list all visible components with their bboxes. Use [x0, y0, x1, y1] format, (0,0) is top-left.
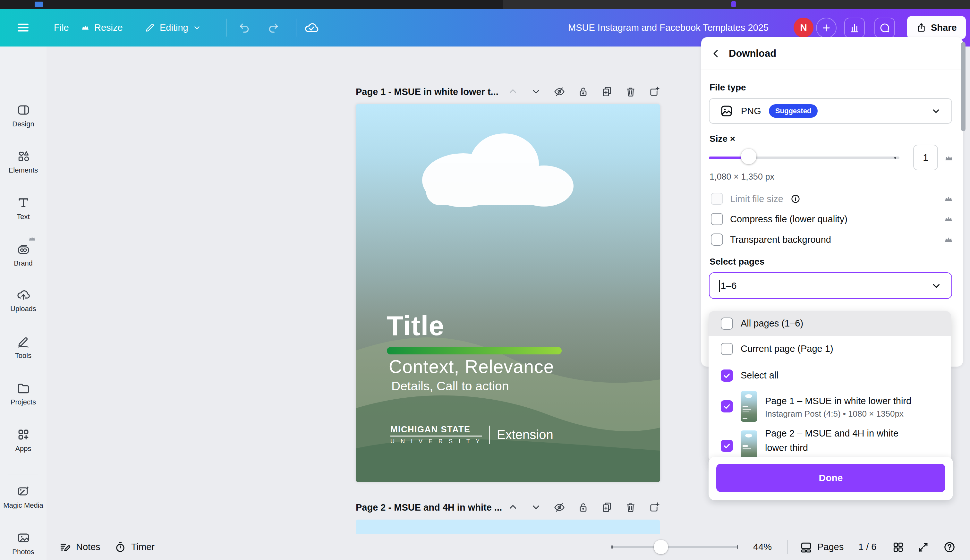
editing-mode-button[interactable]: Editing — [145, 9, 201, 47]
move-down-icon[interactable] — [530, 86, 542, 97]
add-page-icon[interactable] — [648, 86, 660, 98]
design-details-text[interactable]: Details, Call to action — [391, 379, 509, 393]
sidebar-item-tools[interactable]: Tools — [0, 334, 47, 360]
avatar[interactable]: N — [793, 18, 813, 38]
page-list-item-1[interactable]: Page 1 – MSUE in white lower third Insta… — [708, 389, 951, 424]
sidebar-item-photos[interactable]: Photos — [0, 530, 47, 556]
redo-icon — [267, 21, 280, 34]
all-pages-checkbox[interactable] — [721, 318, 733, 330]
msu-logo-line2: U N I V E R S I T Y — [390, 438, 482, 445]
msu-extension-logo[interactable]: MICHIGAN STATE U N I V E R S I T Y Exten… — [390, 425, 553, 445]
zoom-level-value[interactable]: 44% — [753, 534, 772, 560]
sidebar-item-projects[interactable]: Projects — [0, 380, 47, 407]
accent-bar[interactable] — [387, 347, 562, 354]
canvas-page-1[interactable]: Title Context, Relevance Details, Call t… — [356, 104, 660, 482]
info-icon[interactable] — [790, 194, 801, 204]
duplicate-icon[interactable] — [601, 86, 613, 98]
canvas-page-2[interactable] — [356, 520, 660, 535]
help-icon — [943, 541, 956, 553]
current-page-option[interactable]: Current page (Page 1) — [708, 336, 951, 362]
compress-file-checkbox[interactable] — [711, 213, 723, 225]
download-panel-title: Download — [729, 48, 776, 59]
notes-button[interactable]: Notes — [59, 534, 100, 560]
zoom-slider-thumb[interactable] — [654, 540, 668, 554]
done-button[interactable]: Done — [716, 464, 945, 492]
insights-icon — [849, 22, 860, 33]
add-page-icon[interactable] — [648, 502, 660, 513]
trash-icon[interactable] — [625, 502, 637, 513]
file-type-select[interactable]: PNG Suggested — [709, 98, 952, 124]
sidebar-item-text[interactable]: Text — [0, 195, 47, 221]
file-menu-button[interactable]: File — [54, 9, 69, 47]
text-cursor — [719, 280, 720, 292]
page-list-item-2[interactable]: Page 2 – MSUE and 4H in white lower thir… — [708, 424, 951, 462]
page1-checkbox[interactable] — [721, 400, 733, 412]
sidebar-item-label: Text — [0, 213, 47, 221]
sidebar-item-label: Magic Media — [0, 501, 47, 510]
sidebar-item-brand[interactable]: Brand — [0, 242, 47, 267]
plus-icon — [821, 23, 832, 33]
transparent-background-checkbox[interactable] — [711, 233, 723, 246]
resize-button[interactable]: Resize — [81, 9, 123, 47]
lock-open-icon[interactable] — [577, 86, 589, 98]
limit-file-size-option[interactable]: Limit file size — [711, 192, 953, 206]
page2-checkbox[interactable] — [721, 440, 733, 452]
fullscreen-button[interactable] — [917, 534, 929, 560]
move-up-icon[interactable] — [507, 502, 518, 513]
left-sidebar: Design Elements Text Brand Uploads Tools… — [0, 47, 47, 560]
current-page-checkbox[interactable] — [721, 343, 733, 355]
sidebar-item-label: Brand — [0, 259, 47, 267]
toolbar-divider — [296, 18, 297, 37]
page2-header-title[interactable]: Page 2 - MSUE and 4H in white ... — [356, 502, 502, 513]
comments-button[interactable] — [874, 18, 895, 38]
pencil-icon — [145, 22, 155, 33]
panel-scrollbar[interactable] — [961, 42, 965, 131]
sidebar-item-label: Elements — [0, 166, 47, 175]
grid-view-button[interactable] — [892, 534, 904, 560]
sidebar-item-uploads[interactable]: Uploads — [0, 287, 47, 313]
undo-button[interactable] — [238, 9, 251, 47]
sidebar-item-elements[interactable]: Elements — [0, 148, 47, 175]
insights-button[interactable] — [844, 18, 865, 38]
limit-file-size-checkbox[interactable] — [711, 193, 723, 205]
sidebar-item-label: Uploads — [0, 305, 47, 313]
size-multiplier-input[interactable]: 1 — [913, 145, 938, 170]
help-button[interactable] — [943, 534, 956, 560]
size-slider-track[interactable] — [709, 157, 900, 159]
move-up-icon[interactable] — [507, 86, 518, 97]
design-subtitle-text[interactable]: Context, Relevance — [389, 356, 554, 377]
select-pages-input[interactable]: 1–6 — [709, 272, 952, 299]
transparent-background-option[interactable]: Transparent background — [711, 233, 953, 247]
move-down-icon[interactable] — [530, 502, 542, 513]
sidebar-item-apps[interactable]: Apps — [0, 427, 47, 453]
compress-file-option[interactable]: Compress file (lower quality) — [711, 212, 953, 226]
main-menu-button[interactable] — [16, 9, 30, 47]
uploads-icon — [17, 288, 30, 302]
add-member-button[interactable] — [816, 18, 837, 38]
select-all-checkbox[interactable] — [721, 370, 733, 382]
select-all-option[interactable]: Select all — [708, 362, 951, 389]
sidebar-item-magic-media[interactable]: Magic Media — [0, 484, 47, 510]
back-icon[interactable] — [711, 48, 721, 59]
pages-view-button[interactable]: Pages — [800, 534, 843, 560]
cloud-graphic — [422, 132, 575, 209]
crown-icon — [944, 194, 953, 204]
lock-open-icon[interactable] — [577, 502, 589, 513]
image-icon — [720, 104, 733, 118]
duplicate-icon[interactable] — [601, 502, 613, 513]
trash-icon[interactable] — [625, 86, 637, 98]
zoom-slider-track[interactable] — [612, 546, 738, 548]
crown-icon — [81, 23, 90, 32]
size-slider-marker — [894, 157, 896, 159]
sidebar-item-design[interactable]: Design — [0, 102, 47, 128]
size-slider-thumb[interactable] — [741, 149, 757, 164]
share-button[interactable]: Share — [907, 16, 966, 39]
all-pages-option[interactable]: All pages (1–6) — [708, 311, 951, 336]
timer-button[interactable]: Timer — [115, 534, 155, 560]
page1-header-title[interactable]: Page 1 - MSUE in white lower t... — [356, 87, 498, 97]
design-title-text[interactable]: Title — [387, 310, 444, 342]
comment-icon — [879, 22, 890, 33]
hide-icon[interactable] — [553, 502, 565, 513]
redo-button[interactable] — [267, 9, 280, 47]
hide-icon[interactable] — [553, 86, 565, 98]
